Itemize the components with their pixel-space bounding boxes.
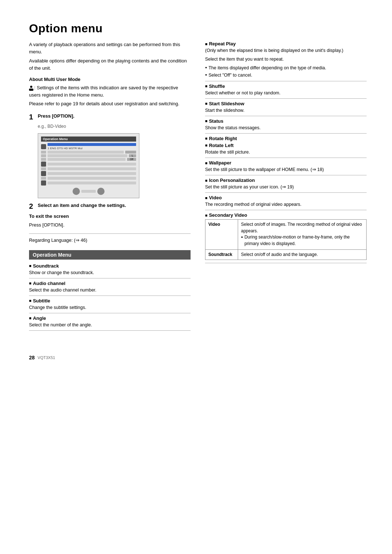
menu-row-label	[48, 163, 136, 166]
menu-item-title: Repeat Play	[205, 41, 367, 46]
menu-item-rotate-right: Rotate Right	[205, 136, 367, 141]
menu-item-title: Secondary Video	[205, 212, 367, 218]
svg-rect-0	[30, 86, 32, 88]
menu-item-title: Rotate Right	[205, 136, 367, 141]
table-cell-label: Soundtrack	[205, 249, 238, 260]
exit-text: Press [OPTION].	[29, 221, 191, 229]
menu-row	[41, 171, 136, 176]
menu-item-angle: Angle Select the number of the angle.	[29, 315, 191, 328]
menu-item-desc: Select whether or not to play random.	[205, 90, 367, 96]
divider	[205, 175, 367, 175]
menu-row	[41, 177, 136, 180]
step1-number: 1	[29, 113, 35, 121]
table-cell-value-text: Select on/off of images. The recording m…	[241, 222, 362, 233]
menu-icon	[41, 171, 46, 176]
menu-item-desc: Select the audio channel number.	[29, 287, 191, 293]
page-footer: 28 VQT3X51	[29, 355, 367, 360]
menu-icon	[41, 144, 46, 149]
menu-item-desc-line1: (Only when the elapsed time is being dis…	[205, 47, 367, 54]
step1-label: Press [OPTION].	[38, 113, 74, 120]
menu-row: 1 ENG DTS HD MSTR Mul	[41, 143, 136, 150]
operation-menu-heading: Operation Menu	[29, 250, 191, 260]
step1: 1 Press [OPTION].	[29, 113, 191, 121]
menu-item-shuffle: Shuffle Select whether or not to play ra…	[205, 83, 367, 96]
menu-item-title: Video	[205, 195, 367, 200]
person-icon	[29, 86, 33, 91]
divider	[205, 98, 367, 99]
menu-row	[41, 167, 136, 170]
table-bullet: During search/slow-motion or frame-by-fr…	[241, 234, 363, 247]
menu-item-desc: Set the still picture to the wallpaper o…	[205, 166, 367, 173]
step2-number: 2	[29, 202, 35, 211]
menu-item-wallpaper: Wallpaper Set the still picture to the w…	[205, 160, 367, 173]
table-row: Soundtrack Select on/off of audio and th…	[205, 249, 367, 260]
menu-icon	[41, 162, 46, 167]
menu-item-title: Audio channel	[29, 281, 191, 286]
divider	[205, 158, 367, 158]
menu-item-repeat-play: Repeat Play (Only when the elapsed time …	[205, 41, 367, 79]
divider	[29, 313, 191, 313]
menu-item-secondary-video: Secondary Video Video Select on/off of i…	[205, 212, 367, 260]
divider	[205, 263, 367, 263]
about-multi-user-text2: Please refer to page 19 for details abou…	[29, 100, 191, 107]
secondary-video-table: Video Select on/off of images. The recor…	[205, 219, 367, 260]
about-multi-user-heading: About Multi User Mode	[29, 77, 191, 82]
divider	[29, 233, 191, 234]
menu-row-label	[48, 182, 136, 184]
divider	[205, 133, 367, 134]
bullet-item: The items displayed differ depending on …	[205, 65, 367, 71]
step2-line: 2 Select an item and change the settings…	[29, 202, 191, 211]
menu-item-desc: Show the status messages.	[205, 125, 367, 131]
menu-item-title: Icon Personalization	[205, 178, 367, 183]
table-cell-value: Select on/off of audio and the language.	[238, 249, 367, 260]
step1-sub: e.g., BD-Video	[38, 123, 191, 130]
exit-heading: To exit the screen	[29, 213, 191, 220]
divider	[205, 81, 367, 81]
menu-item-subtitle: Subtitle Change the subtitle settings.	[29, 298, 191, 311]
menu-item-start-slideshow: Start Slideshow Start the slideshow.	[205, 101, 367, 114]
menu-item-title: Angle	[29, 315, 191, 321]
menu-row: Off	[41, 158, 136, 161]
menu-screenshot: Operation Menu 1 ENG DTS HD MSTR Mul L	[38, 133, 139, 198]
menu-row-label	[48, 172, 136, 175]
regarding-line: Regarding Language: (⇒ 46)	[29, 237, 191, 243]
menu-item-title: Start Slideshow	[205, 101, 367, 106]
menu-row	[41, 180, 136, 186]
menu-row: L	[41, 154, 136, 157]
menu-item-desc: Rotate the still picture.	[205, 149, 367, 155]
menu-icon	[41, 180, 46, 186]
table-row: Video Select on/off of images. The recor…	[205, 220, 367, 250]
divider	[205, 116, 367, 116]
operation-section: Operation Menu Soundtrack Show or change…	[29, 250, 191, 331]
menu-item-audio-channel: Audio channel Select the audio channel n…	[29, 281, 191, 293]
menu-item-desc-line2: Select the item that you want to repeat.	[205, 56, 367, 62]
menu-item-video: Video The recording method of original v…	[205, 195, 367, 208]
menu-item-status: Status Show the status messages.	[205, 118, 367, 131]
intro-text-1: A variety of playback operations and set…	[29, 41, 191, 55]
right-column: Repeat Play (Only when the elapsed time …	[205, 41, 367, 333]
menu-item-title: Subtitle	[29, 298, 191, 304]
menu-item-desc: Start the slideshow.	[205, 107, 367, 114]
menu-item-icon-personalization: Icon Personalization Set the still pictu…	[205, 178, 367, 190]
menu-row	[41, 151, 136, 154]
page-title: Option menu	[29, 22, 367, 35]
menu-item-desc: The recording method of original video a…	[205, 201, 367, 208]
menu-item-desc: Set the still picture as your user icon.…	[205, 184, 367, 190]
menu-item-title: Status	[205, 118, 367, 124]
menu-item-desc: Show or change the soundtrack.	[29, 269, 191, 276]
menu-row-label	[48, 167, 136, 170]
step2-label: Select an item and change the settings.	[38, 202, 126, 209]
menu-row-label	[48, 158, 126, 161]
version-code: VQT3X51	[38, 355, 55, 360]
divider	[205, 210, 367, 210]
menu-item-soundtrack: Soundtrack Show or change the soundtrack…	[29, 263, 191, 276]
divider	[29, 330, 191, 331]
menu-item-title: Shuffle	[205, 83, 367, 89]
menu-title-bar: Operation Menu	[41, 137, 136, 142]
divider	[29, 296, 191, 296]
menu-item-desc: Change the subtitle settings.	[29, 304, 191, 311]
menu-item-desc: Select the number of the angle.	[29, 322, 191, 328]
bullet-item: Select "Off" to cancel.	[205, 72, 367, 78]
table-cell-value: Select on/off of images. The recording m…	[238, 220, 367, 250]
menu-item-title: Wallpaper	[205, 160, 367, 166]
